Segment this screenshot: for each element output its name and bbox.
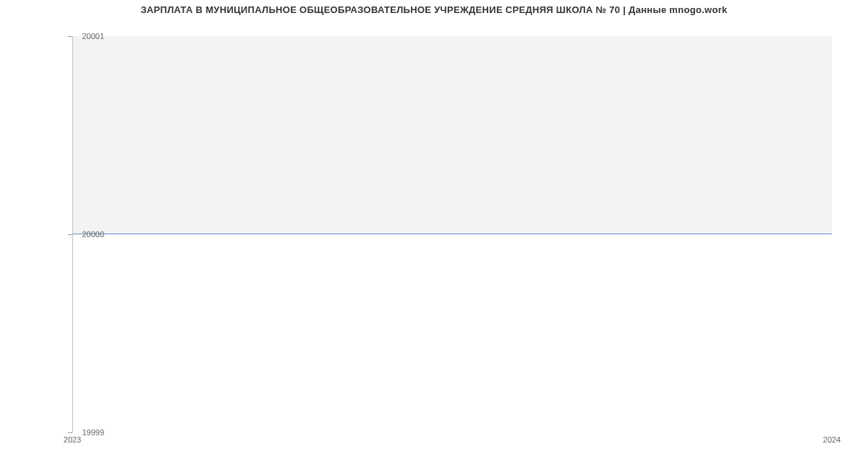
y-tick-mark-bottom xyxy=(68,432,72,433)
data-series-line xyxy=(72,234,832,234)
plot-background-upper xyxy=(72,36,832,234)
chart-title: ЗАРПЛАТА В МУНИЦИПАЛЬНОЕ ОБЩЕОБРАЗОВАТЕЛ… xyxy=(0,0,868,15)
plot-background-lower xyxy=(72,234,832,432)
y-axis-tick-mid: 20000 xyxy=(82,230,104,239)
y-axis-line xyxy=(72,36,73,432)
y-axis-tick-top: 20001 xyxy=(82,32,104,40)
x-axis-tick-right: 2024 xyxy=(823,435,841,444)
chart-plot-area xyxy=(72,36,832,432)
x-axis-tick-left: 2023 xyxy=(64,435,81,444)
y-axis-tick-bottom: 19999 xyxy=(82,428,104,437)
